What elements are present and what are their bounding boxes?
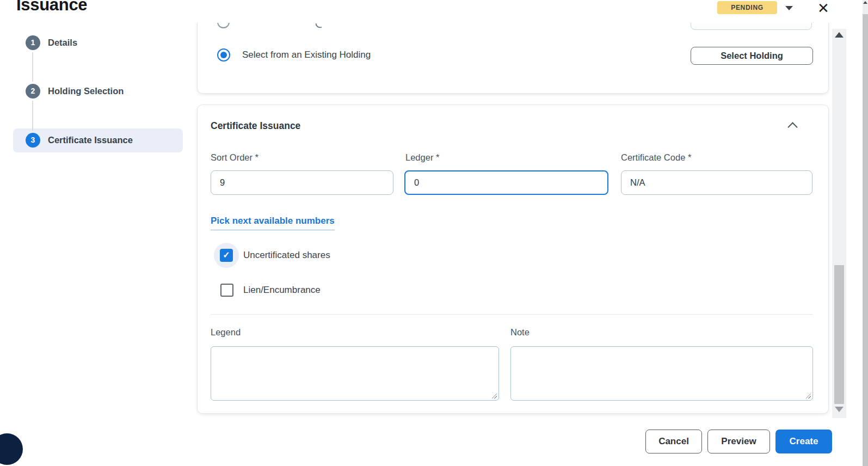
preview-button[interactable]: Preview — [707, 430, 770, 453]
clipped-button-body — [691, 23, 812, 30]
note-label: Note — [510, 326, 530, 339]
close-icon[interactable]: ✕ — [817, 0, 829, 16]
scroll-down-arrow-icon[interactable] — [835, 407, 844, 412]
cancel-button[interactable]: Cancel — [645, 430, 702, 453]
sort-order-label: Sort Order * — [211, 151, 258, 164]
sidebar-item-holding-selection[interactable]: Holding Selection — [48, 84, 124, 99]
select-holding-button[interactable]: Select Holding — [691, 47, 813, 65]
sidebar-item-details[interactable]: Details — [48, 35, 77, 50]
inner-scrollbar-thumb[interactable] — [834, 265, 844, 404]
ledger-input[interactable] — [404, 170, 608, 195]
section-divider — [211, 314, 813, 315]
browser-scrollbar-thumb[interactable] — [863, 14, 868, 466]
sort-order-input[interactable] — [211, 170, 393, 195]
lien-encumbrance-checkbox[interactable] — [220, 284, 233, 297]
ledger-label: Ledger * — [405, 151, 439, 164]
step-3-circle[interactable]: 3 — [26, 133, 40, 148]
step-connector — [32, 101, 33, 131]
note-textarea[interactable] — [510, 346, 813, 401]
step-2-circle[interactable]: 2 — [26, 84, 40, 99]
legend-textarea[interactable] — [211, 346, 499, 401]
status-badge[interactable]: PENDING — [717, 1, 777, 14]
floating-action-button[interactable] — [0, 433, 23, 465]
certificate-code-label: Certificate Code * — [621, 151, 691, 164]
page-title: Issuance — [16, 0, 87, 15]
certificate-code-input[interactable] — [621, 170, 812, 195]
radio-existing-holding-label: Select from an Existing Holding — [242, 49, 371, 61]
uncertificated-shares-checkbox[interactable]: ✓ — [220, 249, 233, 262]
legend-label: Legend — [211, 326, 241, 339]
scroll-up-arrow-icon[interactable] — [835, 32, 844, 38]
certificate-issuance-section-title: Certificate Issuance — [211, 120, 300, 132]
radio-existing-holding[interactable] — [217, 48, 230, 62]
create-button[interactable]: Create — [775, 430, 832, 453]
issuance-modal: 1 Details 2 Holding Selection 3 Certific… — [0, 0, 868, 466]
step-1-circle[interactable]: 1 — [26, 35, 40, 50]
pick-next-available-numbers-link[interactable]: Pick next available numbers — [211, 216, 335, 230]
radio-option-clipped[interactable] — [211, 23, 244, 30]
resize-handle-icon[interactable] — [805, 393, 811, 398]
sidebar-item-certificate-issuance[interactable]: Certificate Issuance — [48, 133, 133, 148]
status-dropdown-caret-icon[interactable] — [785, 6, 793, 10]
browser-scroll-up-icon[interactable] — [863, 1, 867, 4]
step-connector — [32, 52, 33, 82]
clipped-button[interactable] — [691, 23, 813, 31]
uncertificated-shares-label: Uncertificated shares — [243, 249, 330, 261]
radio-dot-icon — [220, 52, 227, 58]
radio-icon — [217, 23, 230, 28]
lien-encumbrance-label: Lien/Encumbrance — [243, 284, 321, 296]
resize-handle-icon[interactable] — [491, 393, 497, 398]
